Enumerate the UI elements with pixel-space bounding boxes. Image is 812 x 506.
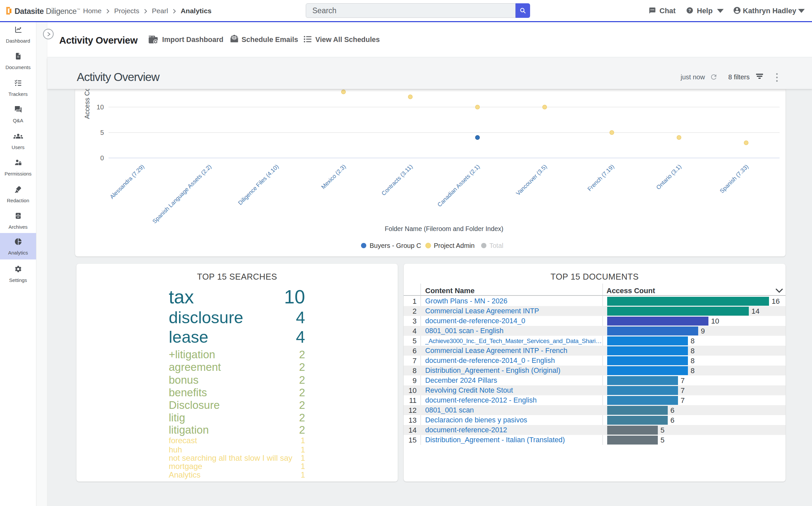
svg-text:Vancouver (3.5): Vancouver (3.5) <box>515 163 548 197</box>
svg-text:5: 5 <box>100 129 104 136</box>
svg-text:Diligence Files (4.10): Diligence Files (4.10) <box>236 163 280 206</box>
svg-text:Folder Name (Fileroom and Fold: Folder Name (Fileroom and Folder Index) <box>385 225 503 232</box>
svg-text:Mexico (2.3): Mexico (2.3) <box>320 163 347 190</box>
svg-text:Access Count: Access Count <box>83 89 91 119</box>
svg-text:French (7.19): French (7.19) <box>586 163 615 192</box>
svg-text:Contracts (3.11): Contracts (3.11) <box>380 163 414 197</box>
svg-text:Project Admin: Project Admin <box>434 242 474 249</box>
svg-text:Buyers - Group C: Buyers - Group C <box>369 242 421 249</box>
svg-text:Ontario (3.1): Ontario (3.1) <box>655 163 683 191</box>
svg-text:Spanish Language Assets (2.2): Spanish Language Assets (2.2) <box>151 163 213 225</box>
svg-text:Alessandra (7.29): Alessandra (7.29) <box>109 163 146 200</box>
svg-text:?: ? <box>689 8 691 13</box>
svg-text:Canadian Assets (2.1): Canadian Assets (2.1) <box>436 163 481 208</box>
svg-text:10: 10 <box>96 103 104 111</box>
svg-text:0: 0 <box>100 154 104 162</box>
svg-text:Total: Total <box>489 242 503 249</box>
svg-text:Spanish (7.33): Spanish (7.33) <box>718 163 750 195</box>
